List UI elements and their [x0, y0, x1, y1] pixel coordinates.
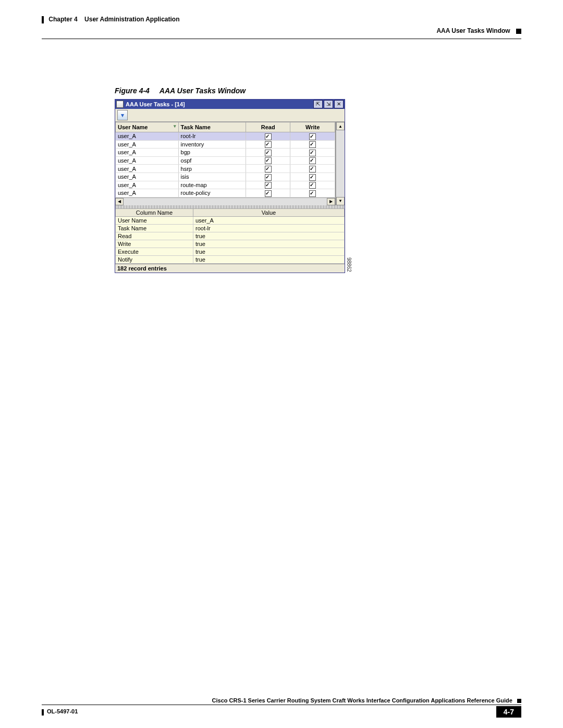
- table-row[interactable]: user_Ainventory: [116, 140, 335, 149]
- checkbox-icon: [265, 150, 272, 156]
- table-row[interactable]: user_Aisis: [116, 172, 335, 181]
- figure-code: 98862: [346, 257, 352, 273]
- toolbar: ▾: [115, 109, 345, 122]
- detail-table: Column Name Value User Nameuser_ATask Na…: [115, 208, 345, 264]
- checkbox-icon: [265, 190, 272, 197]
- col-value[interactable]: Value: [193, 208, 345, 216]
- figure-caption: Figure 4-4 AAA User Tasks Window: [115, 87, 521, 95]
- table-row[interactable]: user_Aroute-map: [116, 181, 335, 189]
- aaa-user-tasks-window: AAA User Tasks - [14] ⇱ ⇲ ✕ ▾: [115, 99, 345, 273]
- col-read[interactable]: Read: [246, 122, 290, 132]
- table-row[interactable]: user_Ahsrp: [116, 165, 335, 173]
- window-title: AAA User Tasks - [14]: [126, 101, 185, 107]
- page-number: 4-7: [496, 706, 521, 718]
- checkbox-icon: [309, 141, 316, 148]
- window-titlebar[interactable]: AAA User Tasks - [14] ⇱ ⇲ ✕: [115, 100, 345, 109]
- filter-icon[interactable]: ▾: [117, 110, 128, 120]
- detail-row: Executetrue: [116, 248, 345, 255]
- scroll-left-icon[interactable]: ◀: [115, 198, 124, 205]
- dock-button[interactable]: ⇱: [313, 100, 323, 108]
- table-row[interactable]: user_Aroute-policy: [116, 189, 335, 198]
- section-title: AAA User Tasks Window: [436, 27, 510, 34]
- checkbox-icon: [265, 174, 272, 181]
- col-user-name[interactable]: User Name ▾: [116, 122, 179, 132]
- checkbox-icon: [309, 174, 316, 181]
- chapter-title: User Administration Application: [84, 16, 179, 23]
- close-button[interactable]: ✕: [334, 100, 344, 108]
- table-row[interactable]: user_Aroot-lr: [116, 132, 335, 141]
- checkbox-icon: [309, 150, 316, 156]
- scroll-down-icon[interactable]: ▼: [336, 197, 345, 205]
- table-row[interactable]: user_Abgp: [116, 149, 335, 157]
- checkbox-icon: [309, 190, 316, 197]
- detail-row: Readtrue: [116, 232, 345, 240]
- detail-row: Task Nameroot-lr: [116, 224, 345, 232]
- checkbox-icon: [309, 182, 316, 189]
- sort-indicator-icon: ▾: [174, 124, 176, 129]
- checkbox-icon: [309, 157, 316, 164]
- page-footer: Cisco CRS-1 Series Carrier Routing Syste…: [42, 697, 521, 718]
- checkbox-icon: [309, 166, 316, 172]
- detail-row: Writetrue: [116, 240, 345, 248]
- scroll-right-icon[interactable]: ▶: [327, 198, 335, 205]
- checkbox-icon: [265, 182, 272, 189]
- document-icon: [116, 101, 124, 108]
- tasks-table[interactable]: User Name ▾ Task Name Read Write user_Ar…: [115, 122, 335, 198]
- col-write[interactable]: Write: [290, 122, 335, 132]
- vertical-scrollbar[interactable]: ▲ ▼: [336, 122, 345, 205]
- chapter-label: Chapter 4: [48, 16, 77, 23]
- guide-title: Cisco CRS-1 Series Carrier Routing Syste…: [212, 697, 512, 704]
- page-header: Chapter 4 User Administration Applicatio…: [42, 16, 521, 34]
- doc-id: OL-5497-01: [47, 708, 78, 714]
- checkbox-icon: [265, 166, 272, 172]
- checkbox-icon: [265, 133, 272, 140]
- detail-row: Notifytrue: [116, 255, 345, 263]
- checkbox-icon: [309, 133, 316, 140]
- detail-row: User Nameuser_A: [116, 216, 345, 224]
- table-row[interactable]: user_Aospf: [116, 156, 335, 165]
- col-task-name[interactable]: Task Name: [178, 122, 246, 132]
- scroll-up-icon[interactable]: ▲: [336, 122, 345, 130]
- checkbox-icon: [265, 157, 272, 164]
- status-bar: 182 record entries: [115, 264, 345, 273]
- horizontal-scrollbar[interactable]: ◀ ▶: [115, 198, 335, 205]
- maximize-button[interactable]: ⇲: [324, 100, 333, 108]
- col-name[interactable]: Column Name: [116, 208, 193, 216]
- checkbox-icon: [265, 141, 272, 148]
